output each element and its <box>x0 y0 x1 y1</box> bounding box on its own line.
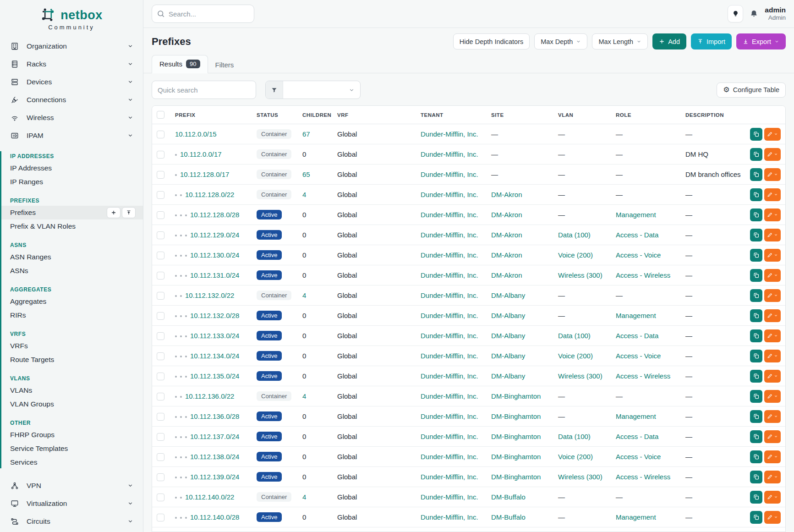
hide-depth-indicators-button[interactable]: Hide Depth Indicators <box>453 33 530 49</box>
import-button[interactable]: Import <box>691 33 732 49</box>
row-checkbox[interactable] <box>157 231 164 239</box>
role-link[interactable]: Access - Wireless <box>616 372 670 380</box>
site-link[interactable]: DM-Akron <box>491 251 522 259</box>
column-header-site[interactable]: SITE <box>487 106 553 124</box>
prefix-link[interactable]: 10.112.128.0/22 <box>185 191 234 198</box>
sidebar-item-vlans[interactable]: VLANs <box>0 384 143 397</box>
column-header-status[interactable]: STATUS <box>252 106 298 124</box>
global-search-input[interactable] <box>152 5 254 23</box>
site-link[interactable]: DM-Binghamton <box>491 453 541 461</box>
clone-button[interactable] <box>750 350 762 362</box>
tenant-link[interactable]: Dunder-Mifflin, Inc. <box>421 231 478 239</box>
sidebar-item-vpn[interactable]: VPN <box>0 477 143 494</box>
prefix-link[interactable]: 10.112.131.0/24 <box>190 271 239 279</box>
prefix-link[interactable]: 10.112.133.0/24 <box>190 332 239 340</box>
prefix-link[interactable]: 10.112.137.0/24 <box>190 433 239 440</box>
site-link[interactable]: DM-Akron <box>491 271 522 279</box>
clone-button[interactable] <box>750 148 762 161</box>
sidebar-item-rirs[interactable]: RIRs <box>0 308 143 322</box>
vlan-link[interactable]: Wireless (300) <box>558 372 602 380</box>
tenant-link[interactable]: Dunder-Mifflin, Inc. <box>421 150 478 158</box>
row-checkbox[interactable] <box>157 332 164 340</box>
clone-button[interactable] <box>750 430 762 443</box>
vlan-link[interactable]: Voice (200) <box>558 251 593 259</box>
edit-button[interactable] <box>764 511 781 524</box>
prefix-link[interactable]: 10.112.136.0/28 <box>190 412 239 420</box>
prefix-link[interactable]: 10.112.0.0/17 <box>180 150 222 158</box>
row-checkbox[interactable] <box>157 312 164 320</box>
clone-button[interactable] <box>750 471 762 483</box>
vlan-link[interactable]: Voice (200) <box>558 453 593 461</box>
max-length-dropdown[interactable]: Max Length <box>592 33 648 49</box>
row-checkbox[interactable] <box>157 252 164 259</box>
prefix-link[interactable]: 10.112.128.0/17 <box>180 170 229 178</box>
prefix-link[interactable]: 10.112.140.0/28 <box>190 513 239 521</box>
column-header-prefix[interactable]: PREFIX <box>170 106 252 124</box>
filter-button[interactable] <box>266 81 283 99</box>
prefix-link[interactable]: 10.112.129.0/24 <box>190 231 239 239</box>
row-checkbox[interactable] <box>157 413 164 421</box>
site-link[interactable]: DM-Buffalo <box>491 493 526 501</box>
edit-button[interactable] <box>764 390 781 403</box>
sidebar-item-organization[interactable]: Organization <box>0 37 143 55</box>
prefix-link[interactable]: 10.112.140.0/22 <box>185 493 234 501</box>
sidebar-item-racks[interactable]: Racks <box>0 55 143 73</box>
role-link[interactable]: Management <box>616 211 656 219</box>
prefix-link[interactable]: 10.112.130.0/24 <box>190 251 239 259</box>
prefix-link[interactable]: 10.112.139.0/24 <box>190 473 239 481</box>
row-checkbox[interactable] <box>157 211 164 219</box>
edit-button[interactable] <box>764 249 781 262</box>
site-link[interactable]: DM-Binghamton <box>491 412 541 420</box>
tenant-link[interactable]: Dunder-Mifflin, Inc. <box>421 211 478 219</box>
tenant-link[interactable]: Dunder-Mifflin, Inc. <box>421 513 478 521</box>
role-link[interactable]: Access - Voice <box>616 453 661 461</box>
children-count-link[interactable]: 65 <box>302 170 310 178</box>
edit-button[interactable] <box>764 208 781 221</box>
tenant-link[interactable]: Dunder-Mifflin, Inc. <box>421 332 478 340</box>
vlan-link[interactable]: Data (100) <box>558 231 591 239</box>
tab-results[interactable]: Results 90 <box>152 55 208 73</box>
sidebar-item-devices[interactable]: Devices <box>0 73 143 91</box>
site-link[interactable]: DM-Albany <box>491 332 525 340</box>
tenant-link[interactable]: Dunder-Mifflin, Inc. <box>421 291 478 299</box>
tenant-link[interactable]: Dunder-Mifflin, Inc. <box>421 312 478 319</box>
add-button[interactable]: Add <box>652 33 686 49</box>
role-link[interactable]: Access - Data <box>616 231 658 239</box>
sidebar-item-virtualization[interactable]: Virtualization <box>0 494 143 512</box>
site-link[interactable]: DM-Albany <box>491 291 525 299</box>
sidebar-item-ipam[interactable]: IPAM <box>0 126 143 144</box>
clone-button[interactable] <box>750 128 762 141</box>
clone-button[interactable] <box>750 450 762 463</box>
site-link[interactable]: DM-Buffalo <box>491 513 526 521</box>
clone-button[interactable] <box>750 309 762 322</box>
row-checkbox[interactable] <box>157 171 164 179</box>
export-button[interactable]: Export <box>736 33 786 49</box>
edit-button[interactable] <box>764 491 781 504</box>
edit-button[interactable] <box>764 148 781 161</box>
tenant-link[interactable]: Dunder-Mifflin, Inc. <box>421 251 478 259</box>
quick-import-button[interactable] <box>122 207 136 218</box>
prefix-link[interactable]: 10.112.136.0/22 <box>185 392 234 400</box>
sidebar-item-prefix-vlan-roles[interactable]: Prefix & VLAN Roles <box>0 219 143 233</box>
vlan-link[interactable]: Data (100) <box>558 332 591 340</box>
edit-button[interactable] <box>764 309 781 322</box>
prefix-link[interactable]: 10.112.135.0/24 <box>190 372 239 380</box>
site-link[interactable]: DM-Akron <box>491 211 522 219</box>
tenant-link[interactable]: Dunder-Mifflin, Inc. <box>421 170 478 178</box>
edit-button[interactable] <box>764 168 781 181</box>
site-link[interactable]: DM-Albany <box>491 352 525 360</box>
user-menu[interactable]: admin Admin <box>765 6 786 21</box>
tenant-link[interactable]: Dunder-Mifflin, Inc. <box>421 392 478 400</box>
vlan-link[interactable]: Wireless (300) <box>558 473 602 481</box>
edit-button[interactable] <box>764 269 781 282</box>
tenant-link[interactable]: Dunder-Mifflin, Inc. <box>421 191 478 198</box>
netbox-logo[interactable]: netbox <box>0 0 143 23</box>
clone-button[interactable] <box>750 208 762 221</box>
column-header-vlan[interactable]: VLAN <box>553 106 611 124</box>
edit-button[interactable] <box>764 471 781 483</box>
saved-filter-select[interactable] <box>283 81 360 99</box>
tenant-link[interactable]: Dunder-Mifflin, Inc. <box>421 493 478 501</box>
prefix-link[interactable]: 10.112.0.0/15 <box>175 130 217 138</box>
edit-button[interactable] <box>764 450 781 463</box>
sidebar-item-ip-addresses[interactable]: IP Addresses <box>0 161 143 175</box>
